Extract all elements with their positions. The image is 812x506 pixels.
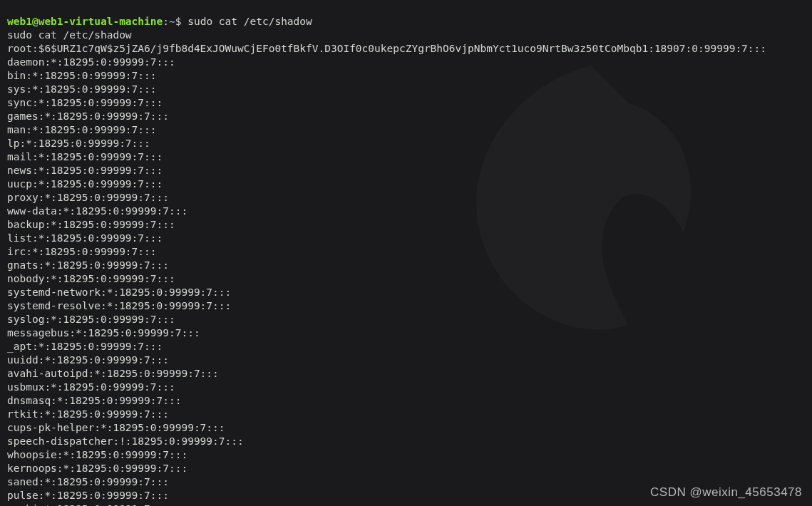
output-line: www-data:*:18295:0:99999:7::: xyxy=(7,205,805,218)
output-line: nobody:*:18295:0:99999:7::: xyxy=(7,272,805,286)
output-line: sync:*:18295:0:99999:7::: xyxy=(7,96,805,110)
output-line: gnats:*:18295:0:99999:7::: xyxy=(7,259,805,272)
output-line: avahi-autoipd:*:18295:0:99999:7::: xyxy=(7,367,805,381)
output-line: systemd-resolve:*:18295:0:99999:7::: xyxy=(7,299,805,313)
output-line: dnsmasq:*:18295:0:99999:7::: xyxy=(7,394,805,408)
output-line: uuidd:*:18295:0:99999:7::: xyxy=(7,353,805,367)
prompt-colon: : xyxy=(163,16,169,27)
watermark-text: CSDN @weixin_45653478 xyxy=(650,485,802,499)
output-line: cups-pk-helper:*:18295:0:99999:7::: xyxy=(7,421,805,435)
output-line: proxy:*:18295:0:99999:7::: xyxy=(7,191,805,205)
output-line: news:*:18295:0:99999:7::: xyxy=(7,164,805,177)
output-line: uucp:*:18295:0:99999:7::: xyxy=(7,177,805,191)
command-echo: sudo cat /etc/shadow xyxy=(7,29,805,42)
output-line: irc:*:18295:0:99999:7::: xyxy=(7,245,805,259)
output-line: mail:*:18295:0:99999:7::: xyxy=(7,150,805,164)
output-line: rtkit:*:18295:0:99999:7::: xyxy=(7,408,805,421)
output-line: bin:*:18295:0:99999:7::: xyxy=(7,69,805,83)
output-line: games:*:18295:0:99999:7::: xyxy=(7,110,805,123)
output-line: avahi:*:18295:0:99999:7::: xyxy=(7,502,805,506)
prompt-path: ~ xyxy=(169,16,175,27)
output-line: kernoops:*:18295:0:99999:7::: xyxy=(7,462,805,475)
output-line: usbmux:*:18295:0:99999:7::: xyxy=(7,381,805,394)
output-line: sys:*:18295:0:99999:7::: xyxy=(7,83,805,96)
output-line: whoopsie:*:18295:0:99999:7::: xyxy=(7,448,805,462)
output-line: syslog:*:18295:0:99999:7::: xyxy=(7,313,805,326)
output-line: man:*:18295:0:99999:7::: xyxy=(7,123,805,137)
output-line: speech-dispatcher:!:18295:0:99999:7::: xyxy=(7,435,805,448)
output-line: root:$6$URZ1c7qW$z5jZA6/j9fb8d4ExJOWuwCj… xyxy=(7,42,805,56)
output-line: list:*:18295:0:99999:7::: xyxy=(7,232,805,245)
typed-command: sudo cat /etc/shadow xyxy=(187,16,312,27)
terminal-output[interactable]: web1@web1-virtual-machine:~$ sudo cat /e… xyxy=(0,0,812,506)
output-line: lp:*:18295:0:99999:7::: xyxy=(7,137,805,150)
output-line: messagebus:*:18295:0:99999:7::: xyxy=(7,326,805,340)
output-line: backup:*:18295:0:99999:7::: xyxy=(7,218,805,232)
prompt-dollar: $ xyxy=(175,16,187,27)
output-line: _apt:*:18295:0:99999:7::: xyxy=(7,340,805,353)
output-lines: root:$6$URZ1c7qW$z5jZA6/j9fb8d4ExJOWuwCj… xyxy=(7,42,805,506)
prompt-user: web1@web1-virtual-machine xyxy=(7,16,163,27)
output-line: daemon:*:18295:0:99999:7::: xyxy=(7,56,805,69)
output-line: systemd-network:*:18295:0:99999:7::: xyxy=(7,286,805,299)
